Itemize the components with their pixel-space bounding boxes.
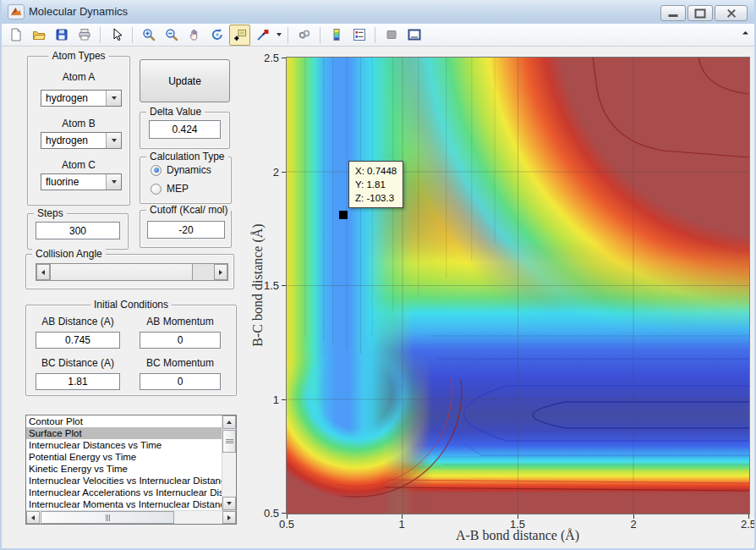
scroll-down-button[interactable] bbox=[222, 497, 236, 510]
bc-momentum-label: BC Momentum bbox=[140, 357, 221, 369]
slider-thumb[interactable] bbox=[50, 264, 193, 280]
new-document-icon bbox=[9, 28, 23, 41]
save-floppy-icon bbox=[55, 28, 68, 41]
link-plot-button[interactable] bbox=[293, 25, 315, 46]
titlebar[interactable]: Molecular Dynamics bbox=[0, 0, 756, 25]
edit-cursor-button[interactable] bbox=[106, 25, 127, 46]
ab-momentum-field[interactable]: 0 bbox=[140, 332, 221, 349]
print-figure-button[interactable] bbox=[74, 25, 95, 46]
cutoff-field[interactable]: -20 bbox=[147, 221, 225, 239]
show-plot-tools-button[interactable] bbox=[403, 25, 425, 46]
ab-momentum-label: AB Momentum bbox=[140, 316, 221, 327]
y-tick bbox=[282, 513, 286, 514]
zoom-out-button[interactable] bbox=[161, 25, 182, 46]
chevron-down-icon bbox=[112, 139, 117, 142]
delta-value-field[interactable]: 0.424 bbox=[149, 120, 221, 139]
atom-b-dropdown-button[interactable] bbox=[106, 133, 121, 148]
data-cursor-button[interactable] bbox=[229, 25, 250, 46]
list-item[interactable]: Internuclear Distances vs Time bbox=[26, 439, 222, 451]
plot-tools-off-icon bbox=[385, 28, 398, 41]
maximize-icon bbox=[695, 8, 706, 18]
dynamics-radio-row[interactable]: Dynamics bbox=[151, 164, 211, 176]
atom-a-dropdown[interactable]: hydrogen bbox=[41, 90, 122, 107]
thumb-grip bbox=[107, 514, 108, 521]
list-item[interactable]: Internuclear Momenta vs Internuclear Dis… bbox=[26, 498, 222, 510]
horizontal-scroll-thumb[interactable] bbox=[41, 511, 174, 524]
open-file-button[interactable] bbox=[28, 25, 49, 46]
bc-distance-field[interactable]: 1.81 bbox=[36, 373, 120, 390]
brush-button[interactable] bbox=[252, 25, 273, 46]
insert-colorbar-button[interactable] bbox=[326, 25, 347, 46]
zoom-in-button[interactable] bbox=[138, 25, 159, 46]
atom-b-value: hydrogen bbox=[46, 135, 88, 146]
toolbar-separator bbox=[100, 27, 101, 43]
zoom-in-icon bbox=[142, 28, 156, 41]
data-cursor-icon bbox=[233, 28, 247, 41]
mep-radio[interactable] bbox=[151, 184, 162, 195]
update-button[interactable]: Update bbox=[140, 59, 230, 102]
list-item[interactable]: Kinetic Energy vs Time bbox=[26, 463, 222, 475]
colorbar-icon bbox=[330, 28, 343, 41]
toolbar-separator bbox=[288, 27, 288, 43]
arrow-right-icon bbox=[219, 270, 222, 275]
list-item[interactable]: Potential Energy vs Time bbox=[26, 451, 222, 463]
hand-icon bbox=[188, 28, 201, 41]
atom-c-dropdown-button[interactable] bbox=[106, 174, 121, 190]
list-item[interactable]: Contour Plot bbox=[26, 415, 222, 427]
brush-dropdown-button[interactable] bbox=[274, 25, 283, 45]
datatip-marker[interactable] bbox=[339, 211, 348, 219]
atom-b-dropdown[interactable]: hydrogen bbox=[41, 132, 122, 149]
pan-button[interactable] bbox=[184, 25, 205, 46]
vertical-scrollbar[interactable] bbox=[222, 415, 236, 510]
rotate-3d-button[interactable] bbox=[206, 25, 227, 46]
atom-c-dropdown[interactable]: fluorine bbox=[41, 173, 122, 190]
potential-energy-contour bbox=[287, 58, 749, 514]
bc-momentum-field[interactable]: 0 bbox=[140, 373, 221, 390]
scroll-left-button[interactable] bbox=[26, 511, 40, 524]
steps-title: Steps bbox=[34, 207, 67, 219]
rotate-icon bbox=[211, 28, 224, 41]
chevron-down-icon bbox=[112, 96, 117, 100]
chevron-down-icon bbox=[112, 180, 117, 184]
scroll-up-button[interactable] bbox=[222, 415, 236, 429]
dynamics-radio[interactable] bbox=[151, 165, 162, 176]
plot-type-listbox[interactable]: Contour Plot Surface Plot Internuclear D… bbox=[25, 415, 237, 525]
contour-plot-axes[interactable] bbox=[286, 57, 750, 514]
toolbar-separator bbox=[375, 27, 375, 43]
y-tick-label: 2.5 bbox=[254, 52, 279, 64]
datatip-z: Z: -103.3 bbox=[355, 191, 397, 205]
hide-plot-tools-button[interactable] bbox=[381, 25, 402, 46]
plot-type-items: Contour Plot Surface Plot Internuclear D… bbox=[26, 415, 222, 510]
matlab-app-icon bbox=[8, 4, 25, 19]
steps-field[interactable]: 300 bbox=[36, 222, 120, 239]
atom-c-label: Atom C bbox=[27, 159, 130, 171]
list-item-selected[interactable]: Surface Plot bbox=[26, 427, 222, 439]
scroll-right-button[interactable] bbox=[222, 511, 236, 524]
atom-a-dropdown-button[interactable] bbox=[106, 91, 121, 106]
ab-distance-field[interactable]: 0.745 bbox=[36, 332, 120, 349]
arrow-right-icon bbox=[227, 515, 231, 520]
datatip-tooltip[interactable]: X: 0.7448 Y: 1.81 Z: -103.3 bbox=[348, 161, 403, 208]
arrow-up-icon bbox=[227, 421, 232, 424]
vertical-scroll-thumb[interactable] bbox=[222, 430, 236, 453]
list-item[interactable]: Internuclear Velocities vs Internuclear … bbox=[26, 475, 222, 487]
molecular-dynamics-window: Molecular Dynamics bbox=[0, 0, 756, 550]
new-figure-button[interactable] bbox=[5, 25, 26, 46]
maximize-button[interactable] bbox=[688, 5, 713, 21]
slider-trough[interactable] bbox=[193, 264, 214, 280]
cutoff-title: Cutoff (Kcal/ mol) bbox=[146, 204, 231, 216]
delta-value-title: Delta Value bbox=[146, 106, 205, 118]
insert-legend-button[interactable] bbox=[348, 25, 370, 46]
arrow-left-icon bbox=[41, 270, 45, 275]
slider-left-arrow[interactable] bbox=[36, 264, 50, 280]
list-item[interactable]: Internuclear Accelerations vs Internucle… bbox=[26, 487, 222, 498]
minimize-button[interactable] bbox=[660, 5, 686, 21]
plot-tools-on-icon bbox=[408, 28, 421, 41]
horizontal-scrollbar[interactable] bbox=[26, 510, 236, 524]
slider-right-arrow[interactable] bbox=[214, 264, 227, 280]
close-button[interactable] bbox=[715, 5, 748, 21]
collision-angle-slider[interactable] bbox=[36, 263, 228, 281]
save-figure-button[interactable] bbox=[51, 25, 72, 46]
toolbar-separator bbox=[320, 27, 320, 43]
mep-radio-row[interactable]: MEP bbox=[151, 183, 189, 195]
